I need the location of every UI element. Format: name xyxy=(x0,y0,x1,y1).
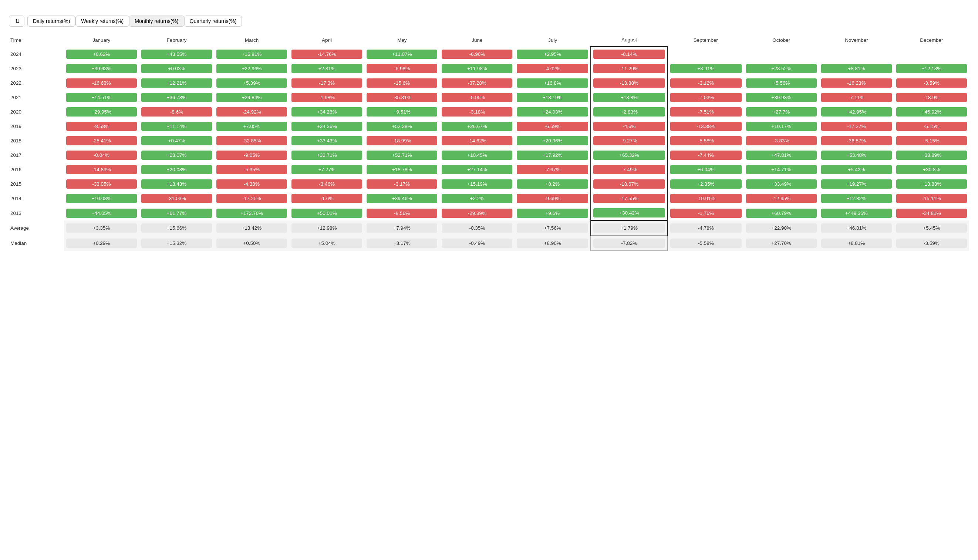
data-cell: +5.42% xyxy=(819,162,894,177)
data-cell: +13.83% xyxy=(894,177,969,191)
data-cell: +18.78% xyxy=(364,162,440,177)
data-cell: +20.96% xyxy=(515,133,591,148)
data-cell xyxy=(894,47,969,62)
data-cell: +28.52% xyxy=(744,62,819,76)
average-cell: +3.35% xyxy=(64,220,139,236)
data-cell: +2.83% xyxy=(591,105,668,119)
data-cell: -1.76% xyxy=(668,206,744,220)
data-cell: +30.8% xyxy=(894,162,969,177)
data-cell: -17.3% xyxy=(289,76,364,90)
data-cell: +33.43% xyxy=(289,133,364,148)
data-cell: -14.76% xyxy=(289,47,364,62)
data-cell: -18.9% xyxy=(894,90,969,105)
col-header-september: September xyxy=(668,33,744,47)
data-cell: +50.01% xyxy=(289,206,364,220)
data-cell: +42.95% xyxy=(819,105,894,119)
median-cell: +0.29% xyxy=(64,236,139,251)
data-cell: -14.83% xyxy=(64,162,139,177)
col-header-april: April xyxy=(289,33,364,47)
data-cell: -18.99% xyxy=(364,133,440,148)
data-cell: -32.85% xyxy=(214,133,289,148)
data-cell: -3.12% xyxy=(668,76,744,90)
data-cell: +44.05% xyxy=(64,206,139,220)
data-cell: -13.38% xyxy=(668,119,744,133)
data-cell: -5.58% xyxy=(668,133,744,148)
data-cell: -13.88% xyxy=(591,76,668,90)
col-header-november: November xyxy=(819,33,894,47)
data-cell: -14.62% xyxy=(440,133,515,148)
data-cell: +9.51% xyxy=(364,105,440,119)
table-row: 2018-25.41%+0.47%-32.85%+33.43%-18.99%-1… xyxy=(9,133,969,148)
year-cell: 2015 xyxy=(9,177,64,191)
year-cell: 2022 xyxy=(9,76,64,90)
data-cell: -15.6% xyxy=(364,76,440,90)
col-header-december: December xyxy=(894,33,969,47)
returns-table: TimeJanuaryFebruaryMarchAprilMayJuneJuly… xyxy=(9,33,969,251)
data-cell: -15.11% xyxy=(894,191,969,206)
data-cell: -34.81% xyxy=(894,206,969,220)
tab-1[interactable]: Weekly returns(%) xyxy=(75,15,129,27)
data-cell: +10.17% xyxy=(744,119,819,133)
data-cell: +29.84% xyxy=(214,90,289,105)
data-cell: +14.71% xyxy=(744,162,819,177)
median-cell: +5.04% xyxy=(289,236,364,251)
data-cell: -7.03% xyxy=(668,90,744,105)
col-header-june: June xyxy=(440,33,515,47)
data-cell xyxy=(744,47,819,62)
data-cell: +60.79% xyxy=(744,206,819,220)
median-cell: -7.82% xyxy=(591,236,668,251)
data-cell: -1.6% xyxy=(289,191,364,206)
year-cell: 2020 xyxy=(9,105,64,119)
data-cell: -19.01% xyxy=(668,191,744,206)
data-cell: -24.92% xyxy=(214,105,289,119)
data-cell: -17.25% xyxy=(214,191,289,206)
data-cell: -1.98% xyxy=(289,90,364,105)
data-cell: +38.89% xyxy=(894,148,969,162)
table-row: 2019-8.58%+11.14%+7.05%+34.36%+52.38%+26… xyxy=(9,119,969,133)
data-cell: +33.49% xyxy=(744,177,819,191)
data-cell: +11.98% xyxy=(440,62,515,76)
col-header-time: Time xyxy=(9,33,64,47)
table-row: 2015-33.05%+18.43%-4.38%-3.46%-3.17%+15.… xyxy=(9,177,969,191)
data-cell: -3.46% xyxy=(289,177,364,191)
median-cell: -0.49% xyxy=(440,236,515,251)
median-cell: -5.58% xyxy=(668,236,744,251)
average-cell: +22.90% xyxy=(744,220,819,236)
data-cell: -17.55% xyxy=(591,191,668,206)
data-cell: +0.62% xyxy=(64,47,139,62)
data-cell: +7.27% xyxy=(289,162,364,177)
data-cell: +61.77% xyxy=(139,206,214,220)
data-cell: -16.23% xyxy=(819,76,894,90)
data-cell: +29.95% xyxy=(64,105,139,119)
data-cell: -8.56% xyxy=(364,206,440,220)
average-cell: +12.98% xyxy=(289,220,364,236)
year-cell: 2023 xyxy=(9,62,64,76)
tab-2[interactable]: Monthly returns(%) xyxy=(129,15,184,27)
data-cell: +9.6% xyxy=(515,206,591,220)
average-label: Average xyxy=(9,220,64,236)
col-header-july: July xyxy=(515,33,591,47)
data-cell: +172.76% xyxy=(214,206,289,220)
median-label: Median xyxy=(9,236,64,251)
asset-selector[interactable]: ⇅ xyxy=(9,15,24,27)
tab-0[interactable]: Daily returns(%) xyxy=(27,15,75,27)
data-cell: -8.14% xyxy=(591,47,668,62)
data-cell: +32.71% xyxy=(289,148,364,162)
data-cell: -7.51% xyxy=(668,105,744,119)
table-row: 2013+44.05%+61.77%+172.76%+50.01%-8.56%-… xyxy=(9,206,969,220)
data-cell: +15.19% xyxy=(440,177,515,191)
data-cell: +11.07% xyxy=(364,47,440,62)
data-cell: +17.92% xyxy=(515,148,591,162)
tab-3[interactable]: Quarterly returns(%) xyxy=(184,15,242,27)
data-cell: +52.38% xyxy=(364,119,440,133)
data-cell: +10.45% xyxy=(440,148,515,162)
data-cell: +43.55% xyxy=(139,47,214,62)
data-cell: +0.47% xyxy=(139,133,214,148)
data-cell: -9.05% xyxy=(214,148,289,162)
col-header-january: January xyxy=(64,33,139,47)
data-cell: +5.56% xyxy=(744,76,819,90)
data-cell: +39.93% xyxy=(744,90,819,105)
data-cell: +11.14% xyxy=(139,119,214,133)
median-cell: -3.59% xyxy=(894,236,969,251)
data-cell xyxy=(819,47,894,62)
